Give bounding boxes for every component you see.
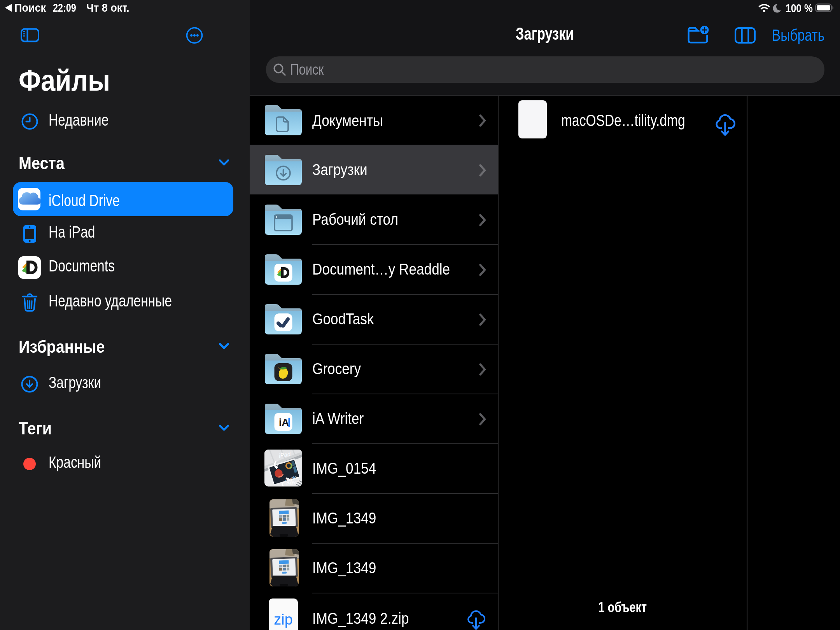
svg-text:iA: iA <box>279 416 289 428</box>
